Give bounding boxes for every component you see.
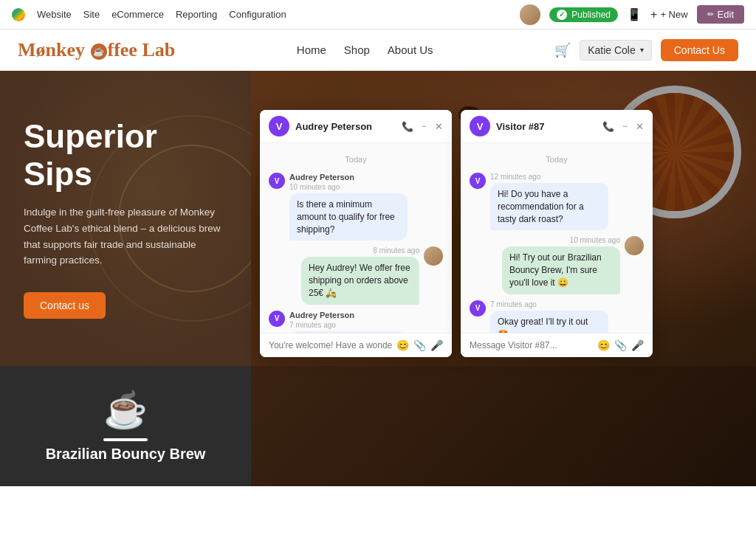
admin-bar-left: Website Site eCommerce Reporting Configu… (12, 8, 286, 21)
chat-avatar-visitor87: V (470, 116, 490, 136)
cart-icon[interactable]: 🛒 (554, 42, 571, 58)
hero-description: Indulge in the guilt-free pleasure of Mo… (24, 204, 227, 268)
v87-agent-avatar (625, 236, 644, 255)
v87-time-3: 7 minutes ago (490, 300, 608, 308)
chat-date-2: Today (470, 155, 644, 164)
chat-input-visitor87[interactable] (470, 340, 593, 350)
new-button[interactable]: + New (650, 8, 688, 21)
chat-msg-1: V Audrey Peterson 10 minutes ago Is ther… (269, 173, 443, 241)
chat-footer-visitor87: 😊 📎 🎤 (461, 333, 653, 357)
hero-left-panel: Superior Sips Indulge in the guilt-free … (0, 71, 251, 366)
published-toggle[interactable]: Published (549, 7, 618, 22)
v87-msg-content-3: 7 minutes ago Okay great! I'll try it ou… (490, 300, 608, 333)
close-icon-2[interactable]: ✕ (636, 121, 644, 132)
nav-links: Home Shop About Us (297, 44, 433, 56)
user-menu-button[interactable]: Katie Cole (580, 40, 652, 61)
phone-icon-2[interactable]: 📞 (602, 121, 614, 132)
mobile-icon[interactable]: 📱 (627, 7, 642, 21)
agent-reply-1: 8 minutes ago Hey Audrey! We offer free … (269, 246, 443, 304)
v87-msg-3: V 7 minutes ago Okay great! I'll try it … (470, 300, 644, 333)
toggle-check-icon (557, 10, 567, 20)
site-logo[interactable]: Mønkey ☕ffee Lab (18, 39, 175, 61)
chat-header-left-visitor87: V Visitor #87 (470, 116, 545, 136)
v87-agent-content: 10 minutes ago Hi! Try out our Brazilian… (502, 236, 620, 294)
nav-about[interactable]: About Us (388, 44, 433, 56)
chat-window-audrey[interactable]: V Audrey Peterson 📞 － ✕ Today V (260, 110, 452, 357)
agent-msg-content-1: 8 minutes ago Hey Audrey! We offer free … (301, 246, 419, 304)
chat-avatar-audrey: V (269, 116, 289, 136)
v87-agent-bubble: Hi! Try out our Brazilian Bouncy Brew, I… (502, 246, 620, 294)
msg-content-3: Audrey Peterson 7 minutes ago Good to kn… (289, 311, 408, 333)
admin-nav-ecommerce[interactable]: eCommerce (111, 9, 164, 20)
globe-icon (12, 8, 25, 21)
msg-bubble-1: Is there a minimum amount to qualify for… (289, 193, 408, 241)
chat-header-audrey: V Audrey Peterson 📞 － ✕ (260, 110, 452, 143)
mic-icon-2[interactable]: 🎤 (631, 339, 644, 351)
edit-button[interactable]: Edit (697, 5, 744, 24)
chat-date-1: Today (269, 155, 443, 164)
attach-icon-1[interactable]: 📎 (413, 339, 426, 351)
v87-bubble-3: Okay great! I'll try it out 🤩 (490, 311, 608, 333)
v87-agent-reply: 10 minutes ago Hi! Try out our Brazilian… (470, 236, 644, 294)
msg-time-1: 10 minutes ago (289, 183, 408, 191)
chat-header-left-audrey: V Audrey Peterson (269, 116, 372, 136)
admin-nav-configuration[interactable]: Configuration (229, 9, 286, 20)
minimize-icon-2[interactable]: － (620, 120, 630, 133)
chat-input-audrey[interactable] (269, 340, 392, 350)
msg-time-3: 7 minutes ago (289, 321, 408, 329)
msg-content-1: Audrey Peterson 10 minutes ago Is there … (289, 173, 408, 241)
emoji-icon-1[interactable]: 😊 (396, 339, 409, 351)
cup-icon: ☕ (103, 390, 148, 431)
phone-icon-1[interactable]: 📞 (402, 121, 413, 132)
msg-avatar-3: V (269, 311, 285, 327)
product-title: Brazilian Bouncy Brew (46, 446, 206, 463)
v87-agent-time: 10 minutes ago (502, 236, 620, 244)
bottom-product-panel: ☕ Brazilian Bouncy Brew (0, 366, 251, 486)
chat-footer-icons-audrey: 😊 📎 🎤 (396, 339, 443, 351)
admin-nav-site[interactable]: Site (83, 9, 100, 20)
admin-avatar-img (520, 4, 540, 25)
mic-icon-1[interactable]: 🎤 (430, 339, 443, 351)
v87-msg-content-1: 12 minutes ago Hi! Do you have a recomme… (490, 173, 608, 230)
msg-sender-1: Audrey Peterson (289, 173, 408, 182)
nav-right: 🛒 Katie Cole Contact Us (554, 39, 738, 61)
msg-sender-3: Audrey Peterson (289, 311, 408, 319)
v87-avatar-3: V (470, 300, 486, 317)
chat-window-visitor87[interactable]: V Visitor #87 📞 － ✕ Today V (461, 110, 653, 357)
admin-nav-reporting[interactable]: Reporting (176, 9, 217, 20)
v87-msg-1: V 12 minutes ago Hi! Do you have a recom… (470, 173, 644, 230)
hero-title: Superior Sips (24, 118, 227, 193)
emoji-icon-2[interactable]: 😊 (597, 339, 610, 351)
admin-avatar (520, 4, 540, 25)
minimize-icon-1[interactable]: － (419, 120, 429, 133)
v87-time-1: 12 minutes ago (490, 173, 608, 181)
page-wrapper: Website Site eCommerce Reporting Configu… (0, 0, 756, 486)
admin-nav-website[interactable]: Website (37, 9, 72, 20)
v87-avatar-1: V (470, 173, 486, 189)
hero-section-wrapper: Superior Sips Indulge in the guilt-free … (0, 71, 756, 366)
chat-msg-3: V Audrey Peterson 7 minutes ago Good to … (269, 311, 443, 333)
contact-nav-button[interactable]: Contact Us (661, 39, 738, 61)
cup-divider (103, 438, 148, 441)
admin-bar: Website Site eCommerce Reporting Configu… (0, 0, 756, 30)
bottom-right-panel (251, 366, 756, 486)
hero-cta-button[interactable]: Contact us (24, 292, 106, 319)
published-label: Published (571, 10, 611, 20)
chat-footer-icons-visitor87: 😊 📎 🎤 (597, 339, 644, 351)
bottom-bg (251, 366, 756, 486)
v87-bubble-1: Hi! Do you have a recommendation for a t… (490, 183, 608, 230)
nav-shop[interactable]: Shop (344, 44, 370, 56)
agent-msg-time-1: 8 minutes ago (301, 246, 419, 255)
chat-name-audrey: Audrey Peterson (295, 121, 372, 132)
chat-footer-audrey: 😊 📎 🎤 (260, 333, 452, 357)
close-icon-1[interactable]: ✕ (435, 121, 443, 132)
site-nav: Mønkey ☕ffee Lab Home Shop About Us 🛒 Ka… (0, 30, 756, 71)
chat-body-visitor87: Today V 12 minutes ago Hi! Do you have a… (461, 143, 653, 333)
agent-avatar-1 (424, 246, 443, 266)
bottom-section: ☕ Brazilian Bouncy Brew (0, 366, 756, 486)
attach-icon-2[interactable]: 📎 (614, 339, 627, 351)
logo-text: Mønkey ☕ffee Lab (18, 39, 175, 61)
chat-header-visitor87: V Visitor #87 📞 － ✕ (461, 110, 653, 143)
chat-header-actions-visitor87: 📞 － ✕ (602, 120, 644, 133)
nav-home[interactable]: Home (297, 44, 326, 56)
